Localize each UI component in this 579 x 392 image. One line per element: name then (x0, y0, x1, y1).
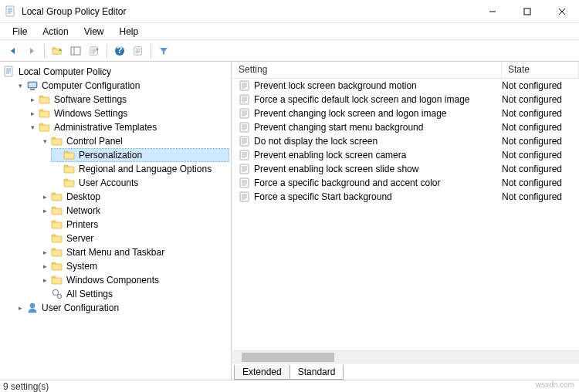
tree-label: Computer Configuration (42, 80, 140, 91)
computer-icon (26, 79, 39, 92)
scrollbar-thumb[interactable] (242, 353, 334, 362)
collapse-icon[interactable]: ▾ (15, 81, 25, 90)
tree-computer-configuration[interactable]: ▾ Computer Configuration (14, 79, 229, 93)
tree-user-configuration[interactable]: ▸User Configuration (14, 301, 229, 315)
setting-name: Prevent changing start menu background (254, 122, 502, 133)
maximize-icon (523, 8, 531, 15)
tree-label: User Accounts (79, 177, 138, 188)
tree-windows-components[interactable]: ▸Windows Components (39, 273, 229, 287)
filter-icon (158, 46, 169, 56)
tree-icon (70, 46, 81, 56)
tree-desktop[interactable]: ▸Desktop (39, 190, 229, 204)
tree-label: User Configuration (42, 302, 119, 313)
forward-button[interactable] (23, 42, 40, 59)
tree-control-panel[interactable]: ▾Control Panel (39, 134, 229, 148)
setting-state: Not configured (502, 80, 579, 91)
expand-icon[interactable]: ▸ (28, 109, 37, 118)
expand-icon[interactable]: ▸ (28, 95, 37, 104)
tree-user-accounts[interactable]: User Accounts (51, 176, 229, 190)
expand-icon[interactable]: ▸ (40, 262, 49, 271)
folder-icon (51, 191, 63, 203)
maximize-button[interactable] (510, 0, 544, 22)
menu-action[interactable]: Action (36, 25, 74, 39)
setting-name: Prevent enabling lock screen camera (254, 150, 502, 161)
menu-file[interactable]: File (6, 25, 33, 39)
collapse-icon[interactable]: ▾ (28, 123, 37, 132)
folder-icon (51, 135, 63, 147)
menu-help[interactable]: Help (113, 25, 145, 39)
tree-label: Regional and Language Options (79, 164, 212, 174)
separator (151, 44, 151, 58)
tree-printers[interactable]: Printers (39, 218, 229, 231)
tree-label: Start Menu and Taskbar (66, 247, 164, 258)
back-button[interactable] (5, 42, 22, 59)
folder-icon (51, 218, 63, 231)
expand-icon[interactable]: ▸ (15, 303, 25, 313)
tree-all-settings[interactable]: All Settings (39, 287, 229, 301)
horizontal-scrollbar[interactable] (232, 350, 579, 363)
settings-list: Setting State Prevent lock screen backgr… (232, 62, 579, 363)
properties-button[interactable] (130, 42, 147, 59)
folder-icon (63, 149, 76, 161)
tree-regional-language[interactable]: Regional and Language Options (51, 162, 229, 176)
expand-icon[interactable]: ▸ (40, 192, 49, 201)
setting-icon (239, 79, 251, 92)
tree-windows-settings[interactable]: ▸Windows Settings (26, 106, 229, 120)
up-button[interactable] (49, 42, 66, 59)
minimize-button[interactable] (475, 0, 510, 22)
tab-standard[interactable]: Standard (290, 365, 344, 380)
tree-system[interactable]: ▸System (39, 259, 229, 273)
tree-label: Network (66, 205, 100, 216)
separator (107, 44, 107, 58)
tab-extended[interactable]: Extended (234, 365, 290, 380)
list-row[interactable]: Do not display the lock screenNot config… (232, 134, 579, 148)
expander-empty (40, 220, 49, 229)
help-button[interactable]: ? (111, 42, 128, 59)
tree-root[interactable]: Local Computer Policy (2, 65, 229, 79)
tree-personalization[interactable]: Personalization (51, 148, 229, 162)
filter-button[interactable] (155, 42, 172, 59)
tree-server[interactable]: Server (39, 231, 229, 245)
main-area: Local Computer Policy ▾ Computer Configu… (0, 62, 579, 380)
tree-administrative-templates[interactable]: ▾Administrative Templates (26, 120, 229, 134)
export-button[interactable] (86, 42, 103, 59)
column-setting[interactable]: Setting (232, 62, 502, 78)
list-row[interactable]: Force a specific background and accent c… (232, 176, 579, 190)
list-row[interactable]: Prevent lock screen background motionNot… (232, 79, 579, 93)
folder-icon (39, 107, 51, 120)
tree-label: Local Computer Policy (19, 66, 111, 77)
menu-view[interactable]: View (78, 25, 110, 39)
setting-icon (239, 135, 251, 147)
setting-state: Not configured (502, 108, 579, 119)
expand-icon[interactable]: ▸ (40, 206, 49, 215)
svg-rect-22 (71, 47, 80, 55)
setting-name: Prevent changing lock screen and logon i… (254, 108, 502, 119)
list-row[interactable]: Prevent enabling lock screen slide showN… (232, 162, 579, 176)
setting-icon (239, 177, 251, 189)
tree-label: Desktop (66, 191, 100, 202)
tree-start-taskbar[interactable]: ▸Start Menu and Taskbar (39, 245, 229, 259)
tree-network[interactable]: ▸Network (39, 204, 229, 218)
expand-icon[interactable]: ▸ (40, 248, 49, 257)
column-state[interactable]: State (502, 62, 579, 78)
list-row[interactable]: Prevent changing lock screen and logon i… (232, 106, 579, 120)
show-hide-tree-button[interactable] (67, 42, 84, 59)
folder-icon (63, 163, 76, 175)
folder-icon (51, 246, 63, 259)
list-row[interactable]: Force a specific default lock screen and… (232, 93, 579, 106)
setting-icon (239, 93, 251, 106)
list-row[interactable]: Prevent changing start menu backgroundNo… (232, 120, 579, 134)
expand-icon[interactable]: ▸ (40, 275, 49, 285)
collapse-icon[interactable]: ▾ (40, 137, 49, 146)
setting-state: Not configured (502, 191, 579, 202)
folder-icon (39, 93, 51, 106)
setting-state: Not configured (502, 150, 579, 161)
folder-icon (39, 121, 51, 133)
setting-state: Not configured (502, 94, 579, 105)
list-row[interactable]: Prevent enabling lock screen cameraNot c… (232, 148, 579, 162)
setting-name: Prevent lock screen background motion (254, 80, 502, 91)
tree-software-settings[interactable]: ▸Software Settings (26, 93, 229, 106)
list-row[interactable]: Force a specific Start backgroundNot con… (232, 190, 579, 204)
close-icon (558, 8, 566, 15)
close-button[interactable] (544, 0, 579, 22)
